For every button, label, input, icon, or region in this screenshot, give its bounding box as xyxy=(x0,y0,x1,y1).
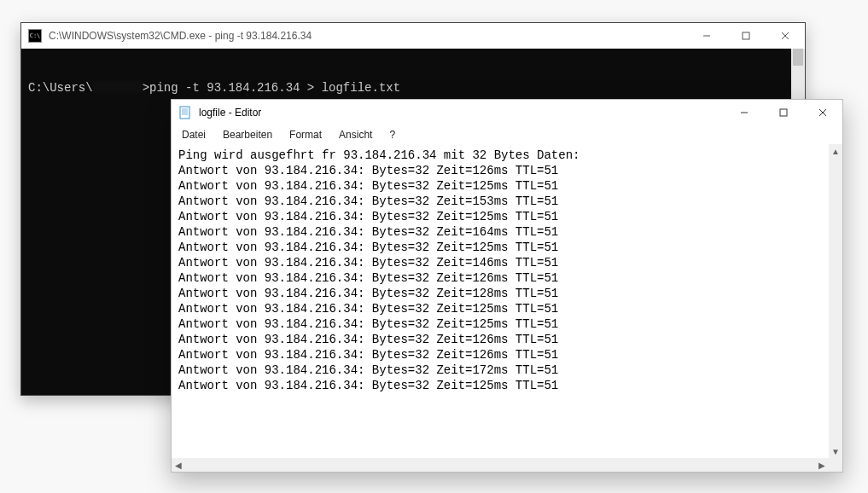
notepad-vscrollbar[interactable]: ▲ ▼ xyxy=(829,144,842,458)
svg-rect-1 xyxy=(743,32,749,39)
menu-edit[interactable]: Bearbeiten xyxy=(216,127,279,142)
close-icon xyxy=(818,108,827,117)
scroll-left-icon[interactable]: ◀ xyxy=(172,458,185,472)
scroll-corner xyxy=(829,458,842,472)
minimize-icon xyxy=(740,108,749,117)
menu-format[interactable]: Format xyxy=(283,127,329,142)
cmd-prompt-line: C:\Users\>ping -t 93.184.216.34 > logfil… xyxy=(28,81,798,95)
cmd-prompt-prefix: C:\Users\ xyxy=(28,81,93,95)
notepad-textarea[interactable]: Ping wird ausgefhrt fr 93.184.216.34 mit… xyxy=(172,144,829,458)
scroll-down-icon[interactable]: ▼ xyxy=(829,444,842,458)
notepad-window: logfile - Editor Datei Bearbeiten Format… xyxy=(171,99,843,473)
notepad-title: logfile - Editor xyxy=(199,107,725,119)
notepad-window-controls xyxy=(725,100,842,125)
maximize-icon xyxy=(742,32,750,40)
maximize-icon xyxy=(779,108,788,117)
maximize-button[interactable] xyxy=(764,100,803,125)
cmd-title: C:\WINDOWS\system32\CMD.exe - ping -t 93… xyxy=(49,30,687,42)
notepad-icon xyxy=(178,106,192,119)
notepad-menubar: Datei Bearbeiten Format Ansicht ? xyxy=(172,125,842,144)
cmd-window-controls xyxy=(687,23,805,49)
minimize-icon xyxy=(702,32,711,40)
minimize-button[interactable] xyxy=(687,23,726,49)
close-button[interactable] xyxy=(803,100,842,125)
notepad-titlebar[interactable]: logfile - Editor xyxy=(172,100,842,125)
hscroll-track[interactable] xyxy=(185,458,815,472)
close-button[interactable] xyxy=(766,23,805,49)
scroll-right-icon[interactable]: ▶ xyxy=(815,458,829,472)
cmd-icon: C:\ xyxy=(28,29,42,43)
minimize-button[interactable] xyxy=(725,100,764,125)
redacted-username xyxy=(93,81,143,93)
menu-view[interactable]: Ansicht xyxy=(332,127,379,142)
close-icon xyxy=(781,32,789,40)
maximize-button[interactable] xyxy=(726,23,766,49)
menu-help[interactable]: ? xyxy=(382,127,402,142)
svg-rect-10 xyxy=(780,109,787,116)
vscroll-track[interactable] xyxy=(829,158,842,444)
notepad-body-wrap: Ping wird ausgefhrt fr 93.184.216.34 mit… xyxy=(172,144,842,458)
scroll-up-icon[interactable]: ▲ xyxy=(829,144,842,158)
cmd-titlebar[interactable]: C:\ C:\WINDOWS\system32\CMD.exe - ping -… xyxy=(21,23,805,49)
cmd-command-text: ping -t 93.184.216.34 > logfile.txt xyxy=(149,81,400,95)
cmd-scrollbar-thumb[interactable] xyxy=(793,49,803,66)
notepad-hscrollbar[interactable]: ◀ ▶ xyxy=(172,458,842,472)
menu-file[interactable]: Datei xyxy=(175,127,213,142)
cmd-prompt-suffix: > xyxy=(143,81,149,95)
